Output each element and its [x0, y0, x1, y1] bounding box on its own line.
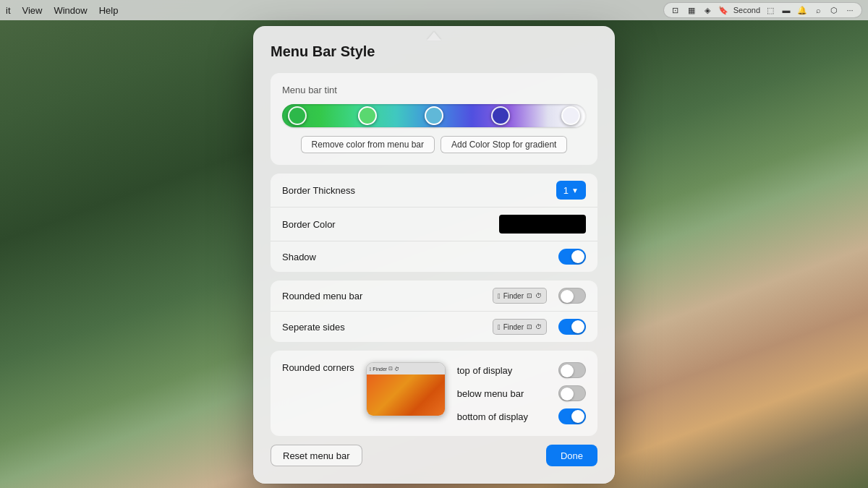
- shadow-label: Shadow: [282, 252, 558, 262]
- screen-preview-menubar:  Finder ⊡ ⏱: [367, 363, 445, 374]
- rounded-corners-section: Rounded corners  Finder ⊡ ⏱ top of disp…: [271, 351, 597, 436]
- screen-preview-content: [367, 374, 445, 416]
- top-of-display-knob: [561, 364, 574, 377]
- below-menu-bar-knob: [561, 388, 574, 401]
- rounded-menu-bar-value:  Finder ⊡ ⏱: [493, 288, 586, 304]
- screen-preview-apple: : [370, 367, 372, 372]
- shadow-toggle[interactable]: [558, 249, 586, 265]
- bottom-of-display-row: bottom of display: [457, 408, 586, 424]
- border-shadow-section: Border Thickness 1 ▼ Border Color Shadow: [271, 174, 597, 272]
- color-stop-1[interactable]: [288, 106, 307, 125]
- rounded-corners-toggles: top of display below menu bar bottom of …: [457, 362, 586, 424]
- bottom-of-display-label: bottom of display: [457, 411, 528, 422]
- rounded-corners-left: Rounded corners: [282, 362, 354, 373]
- rounded-menu-bar-toggle[interactable]: [558, 288, 586, 304]
- menu-bar-tint-label: Menu bar tint: [282, 85, 586, 95]
- bottom-of-display-knob: [571, 410, 584, 423]
- border-color-value: [499, 215, 586, 234]
- sep-preview-finder-label: Finder: [503, 323, 524, 331]
- dialog-footer: Reset menu bar Done: [271, 445, 597, 466]
- done-button[interactable]: Done: [546, 445, 597, 466]
- rounded-menu-bar-preview:  Finder ⊡ ⏱: [493, 288, 547, 304]
- gradient-track[interactable]: [282, 104, 586, 127]
- sep-preview-icon-1: ⊡: [527, 323, 532, 330]
- preview-icon-1: ⊡: [527, 292, 532, 299]
- color-stop-5[interactable]: [561, 106, 580, 125]
- preview-apple-icon: : [498, 292, 501, 300]
- remove-color-button[interactable]: Remove color from menu bar: [301, 136, 435, 153]
- dialog-title: Menu Bar Style: [271, 43, 597, 60]
- border-thickness-dropdown[interactable]: 1 ▼: [556, 181, 586, 200]
- dropdown-arrow-icon: ▼: [571, 187, 579, 194]
- dialog: Menu Bar Style Menu bar tint Remove colo…: [253, 26, 615, 484]
- border-color-label: Border Color: [282, 219, 499, 230]
- separate-sides-knob: [571, 320, 584, 333]
- gradient-buttons: Remove color from menu bar Add Color Sto…: [282, 136, 586, 153]
- dialog-overlay: Menu Bar Style Menu bar tint Remove colo…: [0, 0, 868, 488]
- border-thickness-value: 1 ▼: [556, 181, 586, 200]
- top-of-display-row: top of display: [457, 362, 586, 378]
- preview-finder-label: Finder: [503, 292, 524, 300]
- below-menu-bar-label: below menu bar: [457, 388, 524, 399]
- border-thickness-label: Border Thickness: [282, 185, 556, 196]
- shadow-toggle-knob: [571, 250, 584, 263]
- add-color-stop-button[interactable]: Add Color Stop for gradient: [441, 136, 567, 153]
- border-color-swatch[interactable]: [499, 215, 586, 234]
- sep-preview-apple-icon: : [498, 323, 501, 331]
- rounded-corners-label: Rounded corners: [282, 362, 354, 373]
- color-stop-2[interactable]: [358, 106, 377, 125]
- separate-sides-row: Seperate sides  Finder ⊡ ⏱: [271, 312, 597, 342]
- rounded-corners-content: Rounded corners  Finder ⊡ ⏱ top of disp…: [282, 362, 586, 424]
- color-stop-3[interactable]: [425, 106, 443, 125]
- rounded-menu-bar-label: Rounded menu bar: [282, 291, 493, 301]
- rounded-menu-bar-row: Rounded menu bar  Finder ⊡ ⏱: [271, 281, 597, 312]
- top-of-display-toggle[interactable]: [558, 362, 586, 378]
- rounded-section: Rounded menu bar  Finder ⊡ ⏱ Seperate s…: [271, 281, 597, 342]
- dialog-pointer: [427, 32, 441, 40]
- shadow-row: Shadow: [271, 241, 597, 272]
- rounded-menu-bar-knob: [561, 290, 574, 303]
- reset-menu-bar-button[interactable]: Reset menu bar: [271, 445, 362, 466]
- menu-bar-tint-section: Menu bar tint Remove color from menu bar…: [271, 73, 597, 165]
- separate-sides-preview:  Finder ⊡ ⏱: [493, 319, 547, 335]
- preview-icon-2: ⏱: [535, 292, 542, 299]
- gradient-track-container: [282, 104, 586, 127]
- border-color-row: Border Color: [271, 207, 597, 241]
- screen-preview-icon2: ⏱: [394, 367, 399, 372]
- below-menu-bar-row: below menu bar: [457, 385, 586, 401]
- shadow-toggle-container: [558, 249, 586, 265]
- border-thickness-number: 1: [563, 185, 569, 196]
- separate-sides-value:  Finder ⊡ ⏱: [493, 319, 586, 335]
- separate-sides-toggle[interactable]: [558, 319, 586, 335]
- border-thickness-row: Border Thickness 1 ▼: [271, 174, 597, 207]
- separate-sides-label: Seperate sides: [282, 322, 493, 333]
- screen-preview:  Finder ⊡ ⏱: [366, 362, 446, 416]
- sep-preview-icon-2: ⏱: [535, 323, 542, 330]
- color-stop-4[interactable]: [491, 106, 510, 125]
- screen-preview-finder: Finder: [373, 367, 387, 372]
- top-of-display-label: top of display: [457, 365, 513, 376]
- bottom-of-display-toggle[interactable]: [558, 408, 586, 424]
- below-menu-bar-toggle[interactable]: [558, 385, 586, 401]
- screen-preview-icon1: ⊡: [388, 366, 393, 372]
